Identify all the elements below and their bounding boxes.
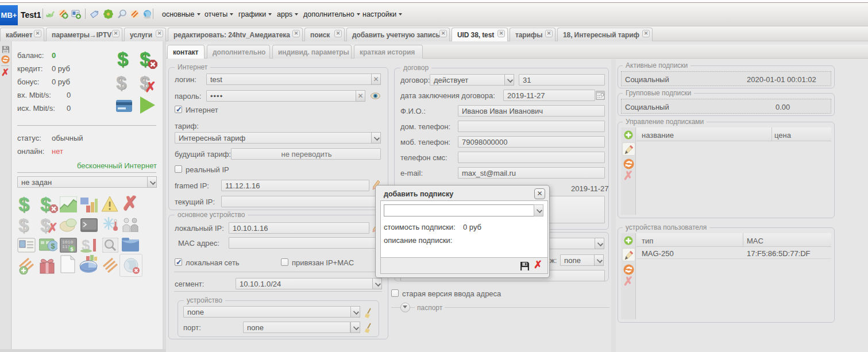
svg-text:$: $ xyxy=(51,242,55,250)
svg-text:$: $ xyxy=(70,246,73,252)
